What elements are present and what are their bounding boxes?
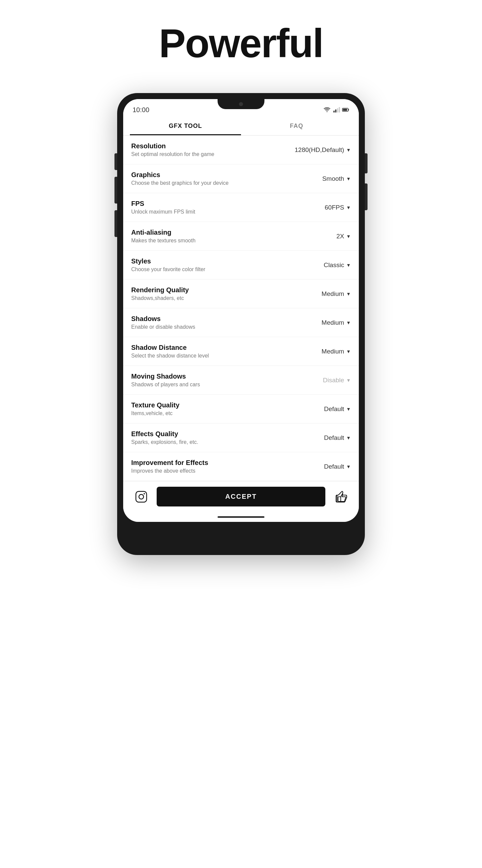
setting-right-shadow-distance[interactable]: Medium ▼	[304, 348, 351, 355]
setting-right-texture-quality[interactable]: Default ▼	[304, 405, 351, 413]
setting-right-graphics[interactable]: Smooth ▼	[304, 175, 351, 182]
setting-desc-fps: Unlock maximum FPS limit	[131, 209, 304, 215]
setting-value-shadows: Medium	[322, 319, 345, 327]
dropdown-arrow-texture-quality: ▼	[346, 406, 351, 412]
page-title: Powerful	[159, 20, 323, 66]
power-button	[365, 153, 367, 174]
status-bar: 10:00	[123, 99, 359, 117]
setting-title-shadow-distance: Shadow Distance	[131, 344, 304, 351]
svg-rect-4	[339, 107, 340, 113]
instagram-icon-button[interactable]	[133, 488, 150, 505]
dropdown-arrow-moving-shadows: ▼	[346, 378, 351, 383]
tab-bar: GFX TOOL FAQ	[123, 117, 359, 135]
setting-value-texture-quality: Default	[324, 405, 344, 413]
setting-title-moving-shadows: Moving Shadows	[131, 373, 304, 380]
setting-left-graphics: Graphics Choose the best graphics for yo…	[131, 171, 304, 186]
tab-gfx-tool[interactable]: GFX TOOL	[130, 117, 241, 135]
setting-right-antialiasing[interactable]: 2X ▼	[304, 232, 351, 240]
setting-left-antialiasing: Anti-aliasing Makes the textures smooth	[131, 229, 304, 244]
setting-left-improvement-effects: Improvement for Effects Improves the abo…	[131, 459, 304, 474]
setting-value-resolution: 1280(HD,Default)	[294, 146, 344, 154]
setting-desc-antialiasing: Makes the textures smooth	[131, 238, 304, 244]
setting-title-improvement-effects: Improvement for Effects	[131, 459, 304, 467]
setting-row-improvement-effects: Improvement for Effects Improves the abo…	[123, 452, 359, 481]
setting-right-improvement-effects[interactable]: Default ▼	[304, 463, 351, 470]
battery-icon	[342, 107, 349, 113]
setting-desc-styles: Choose your favorite color filter	[131, 267, 304, 273]
setting-left-fps: FPS Unlock maximum FPS limit	[131, 200, 304, 215]
setting-value-moving-shadows: Disable	[323, 377, 344, 384]
dropdown-arrow-fps: ▼	[346, 205, 351, 210]
setting-right-fps[interactable]: 60FPS ▼	[304, 204, 351, 211]
setting-row-effects-quality: Effects Quality Sparks, explosions, fire…	[123, 424, 359, 452]
setting-left-shadows: Shadows Enable or disable shadows	[131, 315, 304, 330]
setting-title-resolution: Resolution	[131, 142, 294, 150]
setting-desc-graphics: Choose the best graphics for your device	[131, 180, 304, 186]
silent-button	[115, 210, 117, 237]
setting-desc-texture-quality: Items,vehicle, etc	[131, 410, 304, 416]
setting-title-effects-quality: Effects Quality	[131, 430, 304, 438]
setting-row-styles: Styles Choose your favorite color filter…	[123, 251, 359, 280]
setting-desc-effects-quality: Sparks, explosions, fire, etc.	[131, 439, 304, 445]
setting-right-resolution[interactable]: 1280(HD,Default) ▼	[294, 146, 351, 154]
dropdown-arrow-graphics: ▼	[346, 176, 351, 181]
setting-desc-improvement-effects: Improves the above effects	[131, 468, 304, 474]
setting-value-antialiasing: 2X	[336, 232, 344, 240]
volume-down-left-button	[115, 177, 117, 204]
setting-row-shadow-distance: Shadow Distance Select the shadow distan…	[123, 337, 359, 366]
setting-left-rendering-quality: Rendering Quality Shadows,shaders, etc	[131, 286, 304, 301]
bottom-bar: ACCEPT	[123, 481, 359, 512]
status-time: 10:00	[133, 106, 149, 114]
dropdown-arrow-resolution: ▼	[346, 147, 351, 153]
accept-button[interactable]: ACCEPT	[157, 487, 325, 506]
setting-value-fps: 60FPS	[325, 204, 344, 211]
setting-desc-shadow-distance: Select the shadow distance level	[131, 353, 304, 359]
svg-rect-11	[338, 497, 341, 501]
setting-value-shadow-distance: Medium	[322, 348, 345, 355]
wifi-icon	[323, 107, 331, 113]
tab-faq[interactable]: FAQ	[241, 117, 352, 135]
volume-up-button	[115, 153, 117, 170]
dropdown-arrow-shadow-distance: ▼	[346, 349, 351, 354]
setting-row-moving-shadows: Moving Shadows Shadows of players and ca…	[123, 366, 359, 395]
setting-value-rendering-quality: Medium	[322, 290, 345, 298]
setting-row-fps: FPS Unlock maximum FPS limit 60FPS ▼	[123, 193, 359, 222]
setting-desc-rendering-quality: Shadows,shaders, etc	[131, 295, 304, 301]
home-bar	[218, 516, 264, 518]
dropdown-arrow-antialiasing: ▼	[346, 234, 351, 239]
setting-title-styles: Styles	[131, 257, 304, 265]
setting-left-texture-quality: Texture Quality Items,vehicle, etc	[131, 401, 304, 416]
notch	[218, 99, 264, 109]
setting-row-shadows: Shadows Enable or disable shadows Medium…	[123, 308, 359, 337]
setting-row-rendering-quality: Rendering Quality Shadows,shaders, etc M…	[123, 280, 359, 308]
thumbsup-icon-button[interactable]	[332, 488, 349, 505]
setting-right-rendering-quality[interactable]: Medium ▼	[304, 290, 351, 298]
volume-down-button	[365, 183, 367, 210]
setting-row-graphics: Graphics Choose the best graphics for yo…	[123, 164, 359, 193]
signal-icon	[333, 107, 340, 113]
camera	[239, 102, 243, 106]
setting-right-effects-quality[interactable]: Default ▼	[304, 434, 351, 441]
phone-screen: 10:00	[123, 99, 359, 522]
setting-title-fps: FPS	[131, 200, 304, 208]
setting-row-texture-quality: Texture Quality Items,vehicle, etc Defau…	[123, 395, 359, 424]
svg-rect-6	[348, 109, 349, 111]
svg-point-0	[327, 111, 328, 112]
setting-title-graphics: Graphics	[131, 171, 304, 179]
setting-left-styles: Styles Choose your favorite color filter	[131, 257, 304, 273]
setting-value-improvement-effects: Default	[324, 463, 344, 470]
setting-right-moving-shadows: Disable ▼	[304, 377, 351, 384]
setting-row-antialiasing: Anti-aliasing Makes the textures smooth …	[123, 222, 359, 251]
home-indicator	[123, 512, 359, 522]
setting-left-shadow-distance: Shadow Distance Select the shadow distan…	[131, 344, 304, 359]
setting-left-resolution: Resolution Set optimal resolution for th…	[131, 142, 294, 157]
setting-value-effects-quality: Default	[324, 434, 344, 441]
svg-rect-8	[136, 491, 147, 502]
dropdown-arrow-effects-quality: ▼	[346, 435, 351, 440]
svg-rect-2	[335, 110, 336, 113]
svg-rect-1	[333, 111, 335, 113]
dropdown-arrow-rendering-quality: ▼	[346, 291, 351, 297]
setting-right-shadows[interactable]: Medium ▼	[304, 319, 351, 327]
setting-right-styles[interactable]: Classic ▼	[304, 261, 351, 269]
setting-left-effects-quality: Effects Quality Sparks, explosions, fire…	[131, 430, 304, 445]
